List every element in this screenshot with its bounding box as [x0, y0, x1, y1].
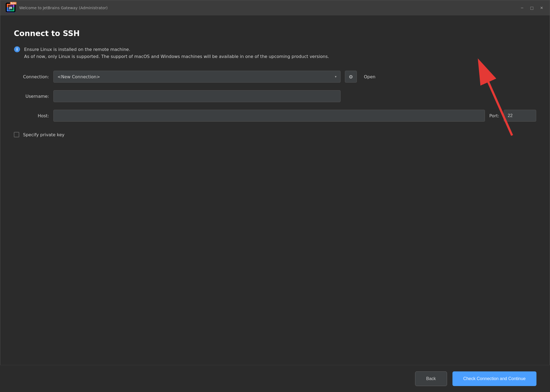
- private-key-row: Specify private key: [14, 132, 536, 137]
- window: JB Beta Welcome to JetBrains Gateway (Ad…: [0, 0, 550, 392]
- connection-input-area: <New Connection> ▾ ⚙ Open: [53, 71, 536, 83]
- maximize-button[interactable]: □: [529, 5, 535, 11]
- svg-text:i: i: [17, 47, 18, 51]
- ssh-form: Connection: <New Connection> ▾ ⚙ Open Us…: [14, 71, 536, 137]
- username-label: Username:: [14, 94, 49, 99]
- open-label: Open: [364, 74, 376, 79]
- connection-label: Connection:: [14, 74, 49, 79]
- window-controls: ─ □ ✕: [519, 5, 544, 11]
- info-banner: i Ensure Linux is installed on the remot…: [14, 46, 536, 60]
- port-label: Port:: [489, 113, 499, 118]
- window-title: Welcome to JetBrains Gateway (Administra…: [19, 6, 519, 10]
- username-input[interactable]: [53, 90, 341, 102]
- connection-selected-value: <New Connection>: [57, 74, 100, 79]
- connection-dropdown[interactable]: <New Connection> ▾: [53, 71, 341, 83]
- titlebar: JB Beta Welcome to JetBrains Gateway (Ad…: [0, 0, 550, 15]
- minimize-button[interactable]: ─: [519, 5, 525, 11]
- private-key-checkbox[interactable]: [14, 132, 19, 137]
- chevron-down-icon: ▾: [335, 75, 337, 79]
- check-connection-button[interactable]: Check Connection and Continue: [452, 371, 536, 386]
- host-row: Host: Port:: [14, 110, 536, 122]
- close-button[interactable]: ✕: [539, 5, 544, 11]
- username-row: Username:: [14, 90, 536, 102]
- info-text: Ensure Linux is installed on the remote …: [24, 46, 329, 60]
- main-content: Connect to SSH i Ensure Linux is install…: [0, 15, 550, 392]
- connection-settings-button[interactable]: ⚙: [345, 71, 357, 83]
- beta-badge: Beta: [10, 2, 17, 5]
- page-title: Connect to SSH: [14, 29, 536, 38]
- private-key-label[interactable]: Specify private key: [23, 132, 64, 137]
- connection-row: Connection: <New Connection> ▾ ⚙ Open: [14, 71, 536, 83]
- gear-icon: ⚙: [349, 74, 353, 80]
- back-button[interactable]: Back: [415, 371, 447, 386]
- info-icon: i: [14, 46, 20, 54]
- info-line2: As of now, only Linux is supported. The …: [24, 53, 329, 60]
- port-input[interactable]: [504, 110, 536, 122]
- svg-text:JB: JB: [9, 6, 12, 10]
- app-logo: JB Beta: [6, 3, 15, 13]
- host-input[interactable]: [53, 110, 485, 122]
- host-label: Host:: [14, 113, 49, 118]
- info-line1: Ensure Linux is installed on the remote …: [24, 46, 329, 53]
- footer: Back Check Connection and Continue: [0, 365, 550, 392]
